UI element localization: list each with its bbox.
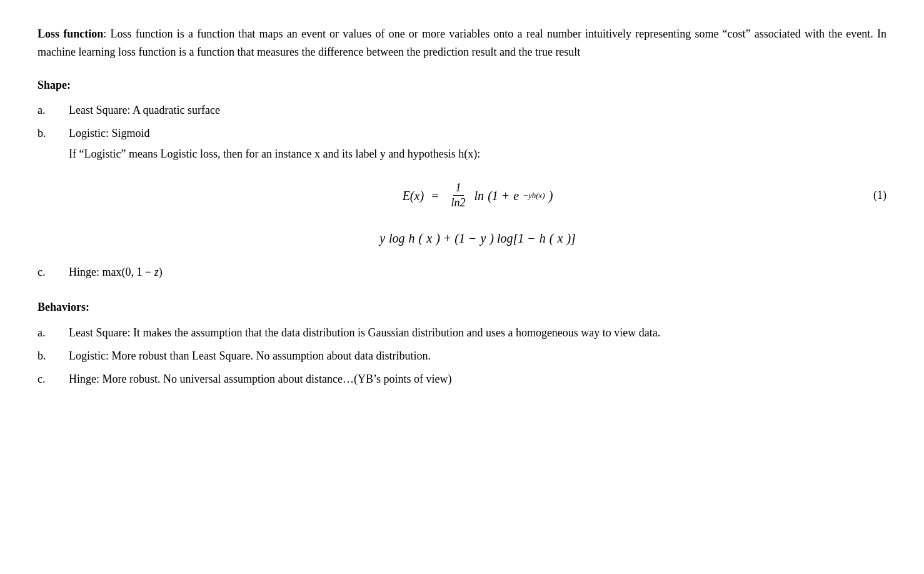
behaviors-content-c: Hinge: More robust. No universal assumpt… — [69, 370, 886, 388]
behaviors-content-b: Logistic: More robust than Least Square.… — [69, 347, 886, 365]
equation-number-1: (1) — [873, 186, 886, 204]
loss-function-text: Loss function is a function that maps an… — [38, 28, 886, 58]
behaviors-label-a: a. — [38, 324, 69, 342]
shape-item-b: b. Logistic: Sigmoid If “Logistic” means… — [38, 124, 886, 258]
behaviors-label-c: c. — [38, 370, 69, 388]
loss-function-definition: Loss function: Loss function is a functi… — [38, 25, 886, 61]
logistic-sub-text: If “Logistic” means Logistic loss, then … — [69, 145, 886, 163]
behaviors-label-b: b. — [38, 347, 69, 365]
shape-content-b: Logistic: Sigmoid If “Logistic” means Lo… — [69, 124, 886, 258]
shape-label-b: b. — [38, 124, 69, 143]
fraction-1: 1 ln2 — [449, 181, 468, 211]
behaviors-item-a: a. Least Square: It makes the assumption… — [38, 324, 886, 342]
equation-1-block: E(x) = 1 ln2 ln(1 + e−yh(x)) (1) — [69, 181, 886, 211]
shape-item-a: a. Least Square: A quadratic surface — [38, 101, 886, 119]
behaviors-section: Behaviors: a. Least Square: It makes the… — [38, 298, 886, 388]
shape-label-a: a. — [38, 101, 69, 119]
main-content: Loss function: Loss function is a functi… — [38, 25, 886, 388]
equation-1: E(x) = 1 ln2 ln(1 + e−yh(x)) — [403, 181, 553, 211]
behaviors-item-b: b. Logistic: More robust than Least Squa… — [38, 347, 886, 365]
shape-label-c: c. — [38, 263, 69, 281]
behaviors-content-a: Least Square: It makes the assumption th… — [69, 324, 886, 342]
shape-content-a: Least Square: A quadratic surface — [69, 101, 886, 119]
behaviors-heading: Behaviors: — [38, 298, 886, 316]
equation-2-block: y log h(x) + (1 − y) log[1 − h(x)] — [69, 228, 886, 248]
loss-function-heading: Loss function — [38, 28, 103, 40]
behaviors-item-c: c. Hinge: More robust. No universal assu… — [38, 370, 886, 388]
shape-item-c: c. Hinge: max(0, 1 − z) — [38, 263, 886, 281]
shape-heading: Shape: — [38, 76, 886, 94]
equation-2: y log h(x) + (1 − y) log[1 − h(x)] — [379, 228, 576, 248]
shape-content-c: Hinge: max(0, 1 − z) — [69, 263, 886, 281]
